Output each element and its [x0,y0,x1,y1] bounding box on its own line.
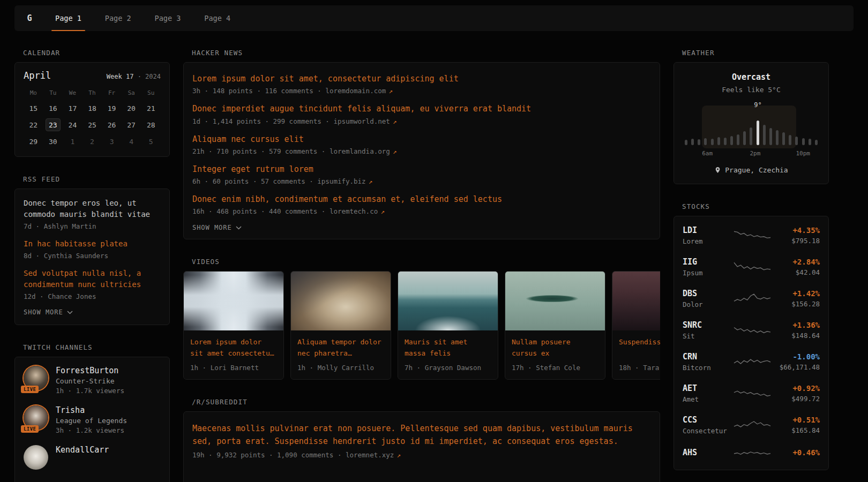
external-link-icon: ↗ [393,117,397,125]
calendar-day: 26 [104,118,119,131]
channel-meta: 1h · 1.7k viewers [56,387,124,395]
rss-item-meta: 7d · Ashlyn Martin [24,222,161,230]
weekday-label: Tu [49,89,56,96]
calendar-day: 25 [85,118,100,131]
stock-identity: DBS Dolor [683,289,734,308]
rss-item-link[interactable]: Donec tempor eros leo, ut commodo mauris… [24,198,161,220]
rss-item-link[interactable]: Sed volutpat nulla nisl, a condimentum n… [24,268,161,290]
location-pin-icon [714,167,721,174]
subreddit-widget: Maecenas mollis pulvinar erat non posuer… [183,411,660,482]
hackernews-show-more-button[interactable]: SHOW MORE [192,224,242,231]
hn-domain-link[interactable]: loremtech.co↗ [330,207,385,215]
calendar-separator: · [138,73,141,80]
video-title-link[interactable]: Mauris sit amet massa felis [405,337,491,359]
stock-values: +2.84% $42.04 [771,258,820,276]
stock-values: +1.36% $148.64 [771,321,820,340]
weather-bar [795,137,798,145]
hn-domain-link[interactable]: ipsumworld.net↗ [333,117,396,125]
video-title-link[interactable]: Aliquam tempor dolor nec pharetra… [297,337,384,359]
calendar-month: April [24,70,51,81]
hn-item-link[interactable]: Lorem ipsum dolor sit amet, consectetur … [192,73,651,84]
stock-sparkline-wrap [734,418,771,432]
calendar-day: 21 [144,102,159,115]
hn-item-link[interactable]: Aliquam nec cursus elit [192,134,651,145]
stock-change: +0.51% [771,416,820,424]
page-tab-label: Page 3 [155,14,181,22]
calendar-day: 4 [124,135,139,148]
weekday-label: Su [147,89,154,96]
left-column: CALENDAR April Week 17 · 2024 MoTuWeThFr… [14,49,170,482]
hn-item-link[interactable]: Donec enim nibh, condimentum et accumsan… [192,194,651,205]
app-logo[interactable]: G [18,5,41,31]
stock-row: CCS Consectetur +0.51% $165.84 [683,409,820,441]
hn-domain-text: ipsumify.biz [317,177,365,185]
hn-item: Donec enim nibh, condimentum et accumsan… [192,194,651,215]
weather-bar [737,134,739,145]
stock-sparkline [734,418,771,432]
video-title-link[interactable]: Suspendisse diam [619,337,660,359]
weather-bar [802,138,805,145]
video-card[interactable]: Mauris sit amet massa felis 7h · Grayson… [398,271,498,380]
twitch-channel-row[interactable]: LIVE ForrestBurton Counter-Strike 1h · 1… [24,366,161,395]
calendar-day: 16 [46,102,61,115]
weather-bar [743,131,746,145]
twitch-section: TWITCH CHANNELS LIVE ForrestBurton Count… [14,343,170,482]
stock-change: -1.00% [771,352,820,361]
video-card[interactable]: Lorem ipsum dolor sit amet consectetu… 1… [183,271,284,380]
hn-domain-link[interactable]: loremdomain.com↗ [325,87,392,95]
hn-domain-text: loremdomain.com [325,87,386,95]
hn-item-link[interactable]: Donec imperdiet augue tincidunt felis al… [192,103,651,114]
video-card[interactable]: Suspendisse diam 18h · Tara [612,271,660,380]
weather-bar [789,135,791,145]
live-badge: LIVE [21,425,39,433]
video-card[interactable]: Nullam posuere cursus ex 17h · Stefan Co… [505,271,605,380]
reddit-post-link[interactable]: Maecenas mollis pulvinar erat non posuer… [192,423,651,448]
hn-domain-link[interactable]: loremlandia.org↗ [330,147,396,155]
hackernews-widget: Lorem ipsum dolor sit amet, consectetur … [183,62,660,239]
stock-sparkline [734,229,771,243]
live-badge: LIVE [21,386,39,393]
weather-bar [763,125,766,145]
stock-name: Ipsum [683,269,734,277]
page-tab[interactable]: Page 4 [192,5,242,31]
video-thumbnail[interactable] [612,272,660,330]
stock-price: $42.04 [771,268,820,276]
calendar-day: 22 [26,118,41,131]
video-card[interactable]: Aliquam tempor dolor nec pharetra… 1h · … [290,271,391,380]
stock-ticker: AHS [683,448,734,457]
page-tab[interactable]: Page 2 [93,5,143,31]
stock-ticker: IIG [683,257,734,267]
stock-name: Amet [683,395,734,403]
video-thumbnail[interactable] [291,272,391,330]
hn-domain-link[interactable]: ipsumify.biz↗ [317,177,372,185]
page-tab[interactable]: Page 3 [143,5,193,31]
weather-bar [711,139,714,145]
rss-show-more-button[interactable]: SHOW MORE [24,308,73,316]
twitch-channel-row[interactable]: LIVE Trisha League of Legends 3h · 1.2k … [24,405,161,434]
channel-info: Trisha League of Legends 3h · 1.2k viewe… [56,405,127,434]
weather-bar [815,140,818,145]
hn-item-meta: 6h · 60 points · 57 comments · ipsumify.… [192,177,651,185]
page-tabs: Page 1Page 2Page 3Page 4 [43,5,242,31]
video-thumbnail[interactable] [184,272,283,330]
video-thumbnail[interactable] [505,272,605,330]
twitch-channel-row[interactable]: KendallCarr [24,445,161,470]
rss-item-meta: 12d · Chance Jones [24,292,161,300]
hn-item-link[interactable]: Integer eget rutrum lorem [192,164,651,175]
rss-item-meta: 8d · Cynthia Saunders [24,252,161,260]
video-title-link[interactable]: Lorem ipsum dolor sit amet consectetu… [190,337,277,359]
avatar [24,445,48,470]
weather-condition: Overcast [685,72,818,82]
reddit-domain-link[interactable]: loremnet.xyz↗ [346,451,401,459]
stock-sparkline-wrap [734,292,771,306]
rss-section-title: RSS FEED [23,175,170,183]
calendar-day: 1 [65,135,80,148]
video-thumbnail[interactable] [398,272,498,330]
video-card-body: Nullam posuere cursus ex 17h · Stefan Co… [505,330,605,379]
weather-bar [685,140,687,145]
stock-row: DBS Dolor +1.42% $156.28 [683,283,820,314]
video-title-link[interactable]: Nullam posuere cursus ex [512,337,598,359]
subreddit-section: /R/SUBREDDIT Maecenas mollis pulvinar er… [183,398,660,482]
rss-item-link[interactable]: In hac habitasse platea [24,238,161,250]
page-tab[interactable]: Page 1 [43,5,93,31]
